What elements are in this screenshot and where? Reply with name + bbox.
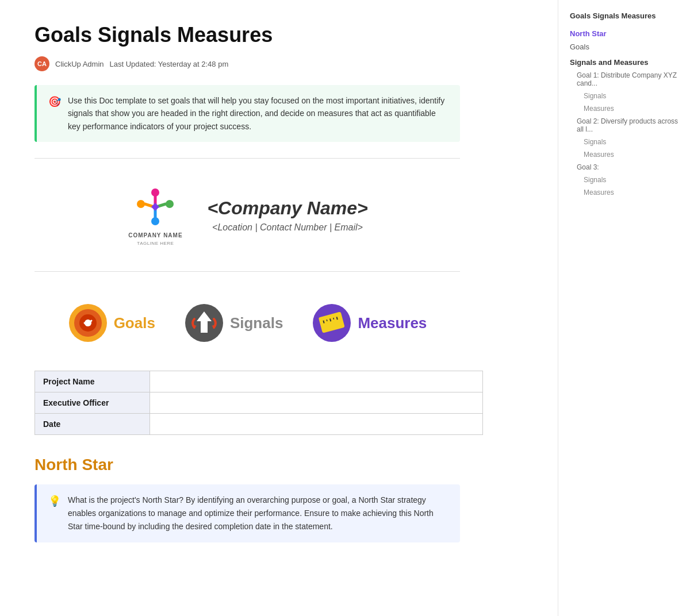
table-label-project: Project Name — [35, 371, 150, 392]
table-row: Date — [35, 414, 483, 435]
measures-icon — [312, 303, 352, 343]
company-logo-svg — [126, 184, 184, 230]
table-row: Executive Officer — [35, 392, 483, 414]
lightbulb-icon: 💡 — [48, 495, 61, 507]
page-title: Goals Signals Measures — [34, 23, 460, 47]
table-label-officer: Executive Officer — [35, 392, 150, 414]
sidebar-item-goal2-measures[interactable]: Measures — [570, 148, 684, 161]
table-row: Project Name — [35, 371, 483, 392]
svg-line-21 — [324, 321, 324, 324]
target-icon: 🎯 — [48, 95, 61, 108]
north-star-box: 💡 What is the project's North Star? By i… — [34, 484, 460, 542]
svg-line-24 — [334, 318, 334, 319]
company-section: COMPANY NAME TAGLINE HERE <Company Name>… — [34, 172, 460, 257]
icons-row: Goals Signals — [34, 286, 460, 355]
sidebar-item-goal3-signals[interactable]: Signals — [570, 174, 684, 186]
company-contact: <Location | Contact Number | Email> — [207, 222, 367, 233]
company-logo-text: COMPANY NAME — [128, 232, 182, 238]
sidebar-signals-measures[interactable]: Signals and Measures — [570, 58, 684, 67]
project-info-table: Project Name Executive Officer Date — [34, 371, 483, 435]
svg-line-22 — [327, 319, 328, 321]
divider-2 — [34, 271, 460, 272]
sidebar-item-goal1[interactable]: Goal 1: Distribute Company XYZ cand... — [570, 69, 684, 90]
goals-icon — [68, 303, 108, 343]
sidebar-title[interactable]: Goals Signals Measures — [570, 11, 684, 22]
divider-1 — [34, 158, 460, 159]
sidebar-item-goal1-measures[interactable]: Measures — [570, 102, 684, 115]
author-name: ClickUp Admin — [55, 60, 104, 68]
north-star-text: What is the project's North Star? By ide… — [68, 494, 448, 533]
company-info: <Company Name> <Location | Contact Numbe… — [207, 198, 367, 233]
avatar: CA — [34, 56, 49, 71]
sidebar-item-north-star[interactable]: North Star — [570, 27, 684, 40]
table-label-date: Date — [35, 414, 150, 435]
sidebar: Goals Signals Measures North Star Goals … — [558, 0, 690, 616]
signals-item: Signals — [184, 303, 283, 343]
table-value-officer[interactable] — [150, 392, 482, 414]
sidebar-item-goal3-measures[interactable]: Measures — [570, 186, 684, 199]
company-logo-tagline: TAGLINE HERE — [137, 241, 174, 246]
signals-icon — [184, 303, 224, 343]
main-content: Goals Signals Measures CA ClickUp Admin … — [0, 0, 494, 616]
info-box-text: Use this Doc template to set goals that … — [68, 94, 448, 133]
company-logo-area: COMPANY NAME TAGLINE HERE — [126, 184, 184, 246]
north-star-heading: North Star — [34, 456, 460, 474]
sidebar-item-goal1-signals[interactable]: Signals — [570, 90, 684, 102]
info-box: 🎯 Use this Doc template to set goals tha… — [34, 85, 460, 142]
goals-item: Goals — [68, 303, 155, 343]
table-value-date[interactable] — [150, 414, 482, 435]
svg-line-25 — [337, 317, 338, 320]
svg-line-23 — [330, 319, 331, 322]
company-name: <Company Name> — [207, 198, 367, 219]
measures-item: Measures — [312, 303, 427, 343]
sidebar-item-goals[interactable]: Goals — [570, 40, 684, 53]
table-value-project[interactable] — [150, 371, 482, 392]
svg-marker-9 — [151, 203, 159, 211]
goals-label: Goals — [114, 314, 155, 332]
meta-row: CA ClickUp Admin Last Updated: Yesterday… — [34, 56, 460, 71]
sidebar-item-goal3[interactable]: Goal 3: — [570, 161, 684, 174]
sidebar-item-goal2-signals[interactable]: Signals — [570, 136, 684, 148]
last-updated: Last Updated: Yesterday at 2:48 pm — [110, 60, 229, 68]
measures-label: Measures — [358, 314, 427, 332]
sidebar-item-goal2[interactable]: Goal 2: Diversify products across all l.… — [570, 115, 684, 136]
signals-label: Signals — [230, 314, 283, 332]
